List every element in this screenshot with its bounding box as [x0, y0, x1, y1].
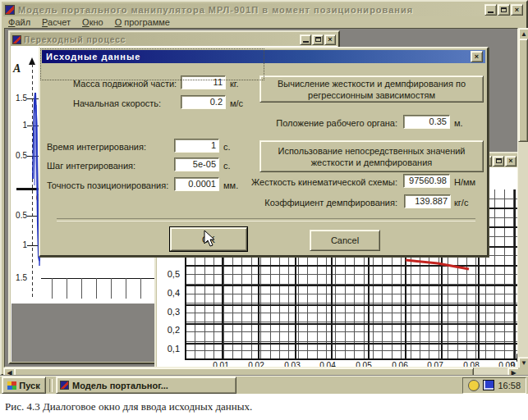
screenshot-root: Модель портального манипулятора МРЛ-901П…: [0, 0, 528, 420]
field-label: Коэффициент демпфирования:: [246, 198, 397, 208]
grid-x-tick: 0,03: [279, 361, 305, 368]
restore-icon[interactable]: [493, 156, 504, 167]
grid-x-tick: 0,05: [351, 361, 377, 368]
grid-x-tick: 0,08: [458, 361, 484, 368]
field-unit: Н/мм: [454, 177, 475, 187]
menu-calc[interactable]: Расчет: [42, 17, 71, 27]
start-button[interactable]: Пуск: [2, 377, 46, 394]
tray-volume-icon[interactable]: [468, 380, 480, 391]
field-label: Масса подвижной части:: [73, 79, 177, 89]
field-unit: мм.: [223, 180, 238, 190]
transient-window-title: Переходный процесс: [24, 35, 300, 44]
field-label: Точность позиционирования:: [47, 180, 168, 190]
vertical-scrollbar[interactable]: ▲ ▼: [518, 28, 528, 368]
field-label: Время интегрирования:: [47, 142, 146, 152]
direct-values-button[interactable]: Использование непосредственных значений …: [259, 140, 484, 172]
minimize-icon[interactable]: [300, 34, 311, 45]
grid-x-tick: 0,02: [243, 361, 269, 368]
task-app-icon: [60, 381, 69, 390]
stiffness-input[interactable]: 97560.98: [403, 174, 450, 188]
dialog-title: Исходные данные: [46, 52, 471, 62]
grid-x-tick: 0,1: [508, 361, 518, 368]
initial-speed-input[interactable]: 0.2: [181, 95, 226, 109]
regression-calc-button[interactable]: Вычисление жесткости и демпфирования по …: [259, 75, 484, 103]
field-label: Шаг интегрирования:: [47, 161, 135, 171]
transient-titlebar[interactable]: Переходный процесс ×: [11, 33, 337, 46]
field-unit: с.: [223, 161, 231, 171]
app-icon: [5, 5, 15, 15]
field-unit: с.: [223, 142, 231, 152]
grid-x-tick: 0,04: [315, 361, 341, 368]
close-icon[interactable]: ×: [505, 156, 517, 167]
close-icon[interactable]: ×: [511, 4, 523, 16]
cancel-button[interactable]: Cancel: [310, 230, 380, 251]
tray-indicator-icon[interactable]: [483, 380, 494, 390]
restore-icon[interactable]: [312, 34, 324, 45]
maximize-icon[interactable]: [498, 4, 510, 16]
menu-file[interactable]: Файл: [8, 17, 30, 27]
app-title: Модель портального манипулятора МРЛ-901П…: [18, 5, 484, 15]
separator: [57, 218, 475, 221]
integration-time-input[interactable]: 1: [174, 139, 219, 153]
close-icon[interactable]: ×: [324, 34, 336, 45]
field-unit: м.: [454, 118, 463, 128]
integration-step-input[interactable]: 5e-05: [174, 158, 219, 171]
transient-window-icon: [12, 35, 21, 44]
field-unit: кг/с: [454, 198, 468, 208]
figure-caption: Рис. 4.3 Диалоговое окно для ввода исход…: [5, 400, 252, 413]
menu-about[interactable]: О программе: [115, 17, 170, 27]
windows-logo-icon: [7, 381, 16, 390]
menu-bar: Файл Расчет Окно О программе: [3, 16, 525, 28]
dialog-titlebar[interactable]: Исходные данные ×: [42, 50, 485, 63]
minimize-icon[interactable]: [484, 4, 497, 16]
taskbar: Пуск Модель портальног... 16:58: [0, 376, 528, 394]
taskbar-clock[interactable]: 16:58: [498, 381, 521, 390]
mass-input[interactable]: 11: [181, 75, 226, 89]
menu-window[interactable]: Окно: [82, 17, 103, 27]
mouse-cursor-icon: [204, 230, 217, 248]
work-organ-position-input[interactable]: 0.35: [403, 115, 450, 129]
field-label: Жесткость кинематической схемы:: [246, 177, 397, 187]
field-label: Начальная скорость:: [73, 98, 161, 108]
system-tray: 16:58: [462, 377, 526, 394]
positioning-accuracy-input[interactable]: 0.0001: [174, 177, 219, 191]
grid-x-tick: 0,06: [387, 361, 413, 368]
task-button[interactable]: Модель портальног...: [56, 377, 236, 394]
grid-x-tick: 0,01: [208, 361, 234, 368]
app-titlebar[interactable]: Модель портального манипулятора МРЛ-901П…: [3, 3, 525, 16]
close-icon[interactable]: ×: [471, 51, 483, 62]
field-unit: м/с: [230, 98, 243, 108]
field-unit: кг.: [230, 79, 239, 89]
field-label: Положение рабочего органа:: [246, 118, 397, 128]
damping-input[interactable]: 139.887: [404, 194, 451, 208]
scrollbar-thumb[interactable]: [518, 39, 528, 142]
caption-area: Рис. 4.3 Диалоговое окно для ввода исход…: [0, 394, 528, 420]
grid-x-tick: 0,07: [422, 361, 448, 368]
app-window: Модель портального манипулятора МРЛ-901П…: [0, 0, 528, 376]
taskbar-divider: [49, 379, 53, 392]
initial-data-dialog: Исходные данные × Масса подвижной части:…: [39, 47, 489, 257]
